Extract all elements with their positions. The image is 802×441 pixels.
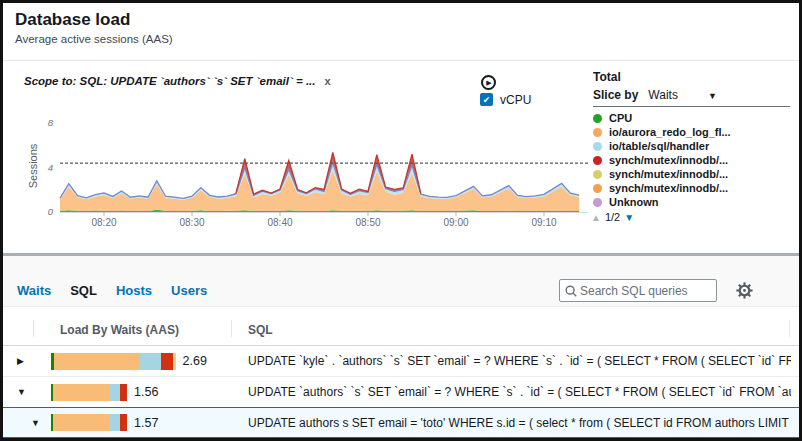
page-title: Database load xyxy=(15,10,130,30)
svg-text:08:40: 08:40 xyxy=(267,217,292,228)
load-value: 1.57 xyxy=(134,416,158,430)
svg-text:08:50: 08:50 xyxy=(355,217,380,228)
legend-color-dot xyxy=(593,142,602,151)
sql-table-row[interactable]: ▼ 1.56 UPDATE `authors` `s` SET `email` … xyxy=(3,377,799,407)
slice-by-underline xyxy=(593,106,790,107)
performance-insights-panel: 08:2008:3008:4008:5009:0009:10048 Databa… xyxy=(0,0,802,441)
header-separator xyxy=(231,320,232,337)
sql-search-box[interactable] xyxy=(559,279,717,302)
dimension-tabs: Waits SQL Hosts Users xyxy=(17,283,207,298)
svg-text:0: 0 xyxy=(48,206,54,217)
load-cell: 1.57 xyxy=(51,408,158,437)
load-value: 1.56 xyxy=(134,385,158,399)
search-icon xyxy=(564,284,578,298)
legend-item[interactable]: synch/mutex/innodb/... xyxy=(593,181,731,195)
top-sql-panel: Waits SQL Hosts Users xyxy=(3,256,799,441)
header-separator xyxy=(789,320,790,337)
load-cell: 1.56 xyxy=(51,377,158,407)
load-bar xyxy=(51,384,127,401)
database-load-panel: 08:2008:3008:4008:5009:0009:10048 Databa… xyxy=(3,3,799,256)
legend-item[interactable]: synch/mutex/innodb/... xyxy=(593,167,731,181)
wait-legend: CPU io/aurora_redo_log_fl... io/table/sq… xyxy=(593,111,731,209)
header-divider xyxy=(3,60,799,61)
play-icon[interactable]: ▶ xyxy=(481,75,496,90)
legend-item[interactable]: io/aurora_redo_log_fl... xyxy=(593,125,731,139)
vcpu-label: vCPU xyxy=(500,93,531,107)
page-subtitle: Average active sessions (AAS) xyxy=(15,33,173,45)
column-header-load[interactable]: Load By Waits (AAS) xyxy=(60,323,179,337)
legend-color-dot xyxy=(593,156,602,165)
expand-arrow-icon[interactable]: ▶ xyxy=(17,356,24,366)
sql-cell: UPDATE `kyle` . `authors` `s` SET `email… xyxy=(248,346,791,376)
svg-text:09:10: 09:10 xyxy=(531,217,556,228)
legend-pagination: ▲ 1/2 ▼ xyxy=(591,211,634,223)
svg-text:8: 8 xyxy=(48,117,54,128)
svg-text:4: 4 xyxy=(48,162,53,173)
load-bar xyxy=(51,414,127,431)
scope-close-icon[interactable]: x xyxy=(324,75,330,87)
svg-text:09:00: 09:00 xyxy=(443,217,468,228)
total-label: Total xyxy=(593,70,621,84)
tab-users[interactable]: Users xyxy=(171,283,207,298)
legend-color-dot xyxy=(593,198,602,207)
scope-filter-chip: Scope to: SQL: UPDATE `authors` `s` SET … xyxy=(24,75,331,87)
load-bar xyxy=(51,353,176,370)
legend-color-dot xyxy=(593,128,602,137)
collapse-arrow-icon[interactable]: ▼ xyxy=(17,387,26,397)
page-down-icon[interactable]: ▼ xyxy=(624,212,634,223)
legend-color-dot xyxy=(593,114,602,123)
y-axis-label: Sessions xyxy=(27,144,39,189)
page-up-icon[interactable]: ▲ xyxy=(591,212,601,223)
legend-item[interactable]: synch/mutex/innodb/... xyxy=(593,153,731,167)
slice-by-value: Waits xyxy=(648,88,678,102)
legend-color-dot xyxy=(593,170,602,179)
header-separator xyxy=(33,320,34,337)
legend-item[interactable]: CPU xyxy=(593,111,731,125)
tab-waits[interactable]: Waits xyxy=(17,283,51,298)
tab-sql[interactable]: SQL xyxy=(70,283,97,298)
check-icon: ✔ xyxy=(483,95,491,105)
tab-hosts[interactable]: Hosts xyxy=(116,283,152,298)
sql-table-row[interactable]: ▶ 2.69 UPDATE `kyle` . `authors` `s` SET… xyxy=(3,346,799,377)
slice-by-dropdown[interactable]: Slice byWaits▼ xyxy=(593,88,717,102)
legend-item[interactable]: io/table/sql/handler xyxy=(593,139,731,153)
collapse-arrow-icon[interactable]: ▼ xyxy=(31,418,40,428)
svg-text:08:30: 08:30 xyxy=(179,217,204,228)
sql-cell: UPDATE `authors` `s` SET `email` = ? WHE… xyxy=(248,377,791,407)
legend-page-indicator: 1/2 xyxy=(605,211,620,223)
gear-icon[interactable] xyxy=(736,282,753,299)
load-value: 2.69 xyxy=(183,354,207,368)
legend-color-dot xyxy=(593,184,602,193)
sql-cell: UPDATE authors s SET email = 'toto' WHER… xyxy=(248,408,791,437)
column-header-sql[interactable]: SQL xyxy=(248,323,273,337)
chevron-down-icon: ▼ xyxy=(708,91,717,101)
vcpu-checkbox[interactable]: ✔ xyxy=(480,93,493,106)
legend-item[interactable]: Unknown xyxy=(593,195,731,209)
sql-table-row-selected[interactable]: ▼ 1.57 UPDATE authors s SET email = 'tot… xyxy=(3,407,799,438)
slice-by-label: Slice by xyxy=(593,88,638,102)
search-input[interactable] xyxy=(578,283,712,299)
svg-text:08:20: 08:20 xyxy=(91,217,116,228)
load-cell: 2.69 xyxy=(51,346,207,376)
scope-filter-label: Scope to: SQL: UPDATE `authors` `s` SET … xyxy=(24,75,315,87)
